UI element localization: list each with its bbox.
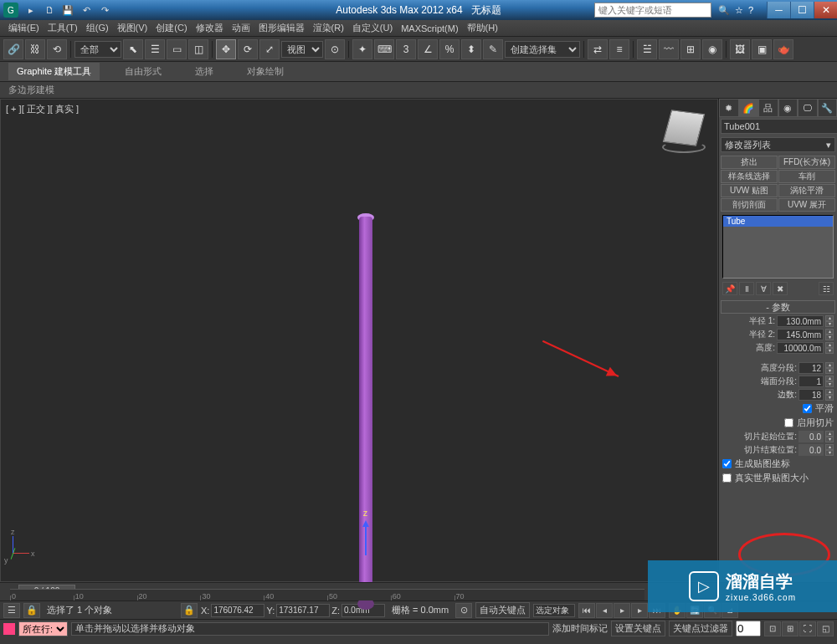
radius1-up[interactable]: ▴: [825, 315, 834, 321]
unlink-icon[interactable]: ⛓: [25, 39, 45, 59]
align-icon[interactable]: ≡: [609, 39, 629, 59]
layers-icon[interactable]: ☱: [637, 39, 657, 59]
maximize-viewport-icon[interactable]: ⛶: [799, 621, 816, 636]
menu-grapheditors[interactable]: 图形编辑器: [255, 20, 308, 36]
smooth-checkbox[interactable]: [803, 404, 812, 413]
select-region-icon[interactable]: ▭: [167, 39, 187, 59]
edit-selection-icon[interactable]: ✎: [483, 39, 503, 59]
goto-start-icon[interactable]: ⏮: [578, 603, 595, 618]
select-name-icon[interactable]: ☰: [145, 39, 165, 59]
stack-tube[interactable]: Tube: [723, 216, 833, 227]
percent-snap-icon[interactable]: %: [439, 39, 460, 59]
link-icon[interactable]: 🔗: [3, 39, 23, 59]
mod-ffd[interactable]: FFD(长方体): [778, 156, 835, 169]
zoom-extents-icon[interactable]: ⊡: [764, 621, 781, 636]
lock-selection-icon[interactable]: 🔒: [23, 603, 40, 618]
qat-redo-icon[interactable]: ↷: [97, 3, 112, 18]
app-icon[interactable]: G: [3, 3, 18, 18]
stack-show-icon[interactable]: Ⅱ: [739, 282, 754, 295]
qat-save-icon[interactable]: 💾: [60, 3, 75, 18]
prev-frame-icon[interactable]: ◂: [596, 603, 613, 618]
angle-snap-icon[interactable]: ∠: [418, 39, 438, 59]
menu-group[interactable]: 组(G): [83, 20, 112, 36]
menu-animation[interactable]: 动画: [229, 20, 254, 36]
rollout-parameters[interactable]: - 参数: [721, 300, 835, 314]
modifier-stack[interactable]: Tube: [722, 215, 834, 279]
min-max-toggle-icon[interactable]: ◱: [817, 621, 834, 636]
menu-maxscript[interactable]: MAXScript(M): [398, 22, 461, 35]
mod-spline-select[interactable]: 样条线选择: [721, 170, 778, 183]
height-input[interactable]: 10000.0m: [777, 342, 824, 354]
time-ruler[interactable]: 010203040506070: [10, 589, 644, 601]
viewcube[interactable]: [659, 108, 709, 158]
viewport[interactable]: [ + ][ 正交 ][ 真实 ] x y z x z y: [0, 99, 718, 582]
bind-icon[interactable]: ⟲: [47, 39, 67, 59]
viewport-label[interactable]: [ + ][ 正交 ][ 真实 ]: [6, 103, 79, 115]
curve-editor-icon[interactable]: 〰: [659, 39, 679, 59]
tab-modify-icon[interactable]: 🌈: [739, 99, 759, 117]
radius2-up[interactable]: ▴: [825, 329, 834, 335]
close-button[interactable]: ✕: [814, 2, 837, 18]
spinner-snap-icon[interactable]: ⬍: [461, 39, 481, 59]
current-frame-input[interactable]: [736, 621, 761, 636]
mod-extrude[interactable]: 挤出: [721, 156, 778, 169]
slice-on-checkbox[interactable]: [784, 418, 793, 427]
comm-center-icon[interactable]: ☆: [735, 5, 743, 16]
coord-y-input[interactable]: [276, 604, 330, 617]
isolate-icon[interactable]: ⊙: [455, 603, 472, 618]
snap-toggle-icon[interactable]: 3: [396, 39, 416, 59]
key-selection-set[interactable]: [533, 604, 575, 617]
tab-display-icon[interactable]: 🖵: [798, 99, 818, 117]
add-time-tag[interactable]: 添加时间标记: [552, 622, 608, 635]
ribbon-tab-selection[interactable]: 选择: [187, 63, 222, 80]
radius2-down[interactable]: ▾: [825, 335, 834, 340]
menu-help[interactable]: 帮助(H): [464, 20, 501, 36]
window-crossing-icon[interactable]: ◫: [188, 39, 208, 59]
qat-open-icon[interactable]: 🗋: [42, 3, 57, 18]
set-key-button[interactable]: 设置关键点: [611, 621, 665, 636]
material-editor-icon[interactable]: ◉: [702, 39, 722, 59]
search-icon[interactable]: 🔍: [718, 5, 730, 16]
real-world-checkbox[interactable]: [722, 473, 732, 483]
rotate-icon[interactable]: ⟳: [238, 39, 258, 59]
stack-configure-icon[interactable]: ☷: [819, 282, 834, 295]
named-selection-sets[interactable]: 创建选择集: [505, 41, 580, 58]
ribbon-tab-graphite[interactable]: Graphite 建模工具: [8, 63, 100, 80]
mod-slice[interactable]: 剖切剖面: [721, 198, 778, 212]
heightsegs-input[interactable]: 12: [798, 362, 824, 374]
help-search-input[interactable]: [594, 3, 711, 18]
minimize-button[interactable]: ─: [767, 2, 790, 18]
menu-tools[interactable]: 工具(T): [44, 20, 81, 36]
selection-filter[interactable]: 全部: [74, 41, 121, 58]
tab-create-icon[interactable]: ✹: [719, 99, 739, 117]
lock-icon-2[interactable]: 🔒: [181, 603, 198, 618]
menu-edit[interactable]: 编辑(E): [5, 20, 43, 36]
stack-remove-icon[interactable]: ✖: [773, 282, 788, 295]
select-icon[interactable]: ⬉: [123, 39, 143, 59]
menu-rendering[interactable]: 渲染(R): [310, 20, 347, 36]
mirror-icon[interactable]: ⇄: [588, 39, 608, 59]
radius2-input[interactable]: 145.0mm: [777, 329, 824, 340]
autokey-button[interactable]: 自动关键点: [475, 602, 530, 618]
height-down[interactable]: ▾: [825, 348, 834, 354]
tab-hierarchy-icon[interactable]: 品: [758, 99, 778, 117]
ref-coord-system[interactable]: 视图: [281, 41, 323, 58]
mod-turbosmooth[interactable]: 涡轮平滑: [778, 184, 835, 197]
script-rec-icon[interactable]: [3, 623, 15, 635]
axis-z[interactable]: [365, 522, 367, 555]
help-icon[interactable]: ?: [748, 5, 753, 16]
render-icon[interactable]: 🫖: [773, 39, 793, 59]
modifier-list-dropdown[interactable]: 修改器列表▾: [721, 137, 835, 152]
key-filters-button[interactable]: 关键点过滤器: [669, 621, 732, 636]
pivot-icon[interactable]: ⊙: [325, 39, 345, 59]
stack-pin-icon[interactable]: 📌: [722, 282, 737, 295]
coord-x-input[interactable]: [211, 604, 264, 617]
ribbon-tab-freeform[interactable]: 自由形式: [116, 63, 170, 80]
play-icon[interactable]: ▸: [614, 603, 630, 618]
zoom-extents-all-icon[interactable]: ⊞: [782, 621, 798, 636]
render-setup-icon[interactable]: 🖼: [730, 39, 750, 59]
mod-uvw-unwrap[interactable]: UVW 展开: [778, 198, 835, 212]
radius1-input[interactable]: 130.0mm: [777, 315, 824, 327]
menu-views[interactable]: 视图(V): [114, 20, 151, 36]
gen-uv-checkbox[interactable]: [722, 459, 732, 468]
